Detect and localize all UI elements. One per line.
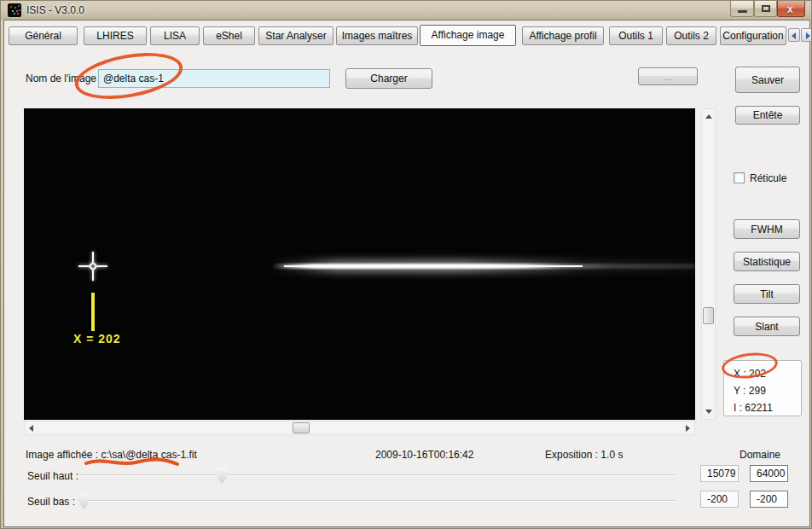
domain-min-input[interactable]: -200 [750, 491, 788, 508]
timestamp-text: 2009-10-16T00:16:42 [375, 449, 473, 461]
seuil-haut-slider-thumb[interactable] [218, 468, 227, 484]
tab-general[interactable]: Général [9, 26, 78, 45]
close-icon: x [787, 3, 793, 15]
title-bar[interactable]: ISIS - V3.0.0 x [1, 1, 812, 20]
chevron-left-icon [792, 32, 796, 39]
maximize-button[interactable] [754, 1, 777, 17]
seuil-bas-slider-thumb[interactable] [79, 493, 89, 509]
reticule-label: Réticule [750, 172, 786, 184]
exposure-text: Exposition : 1.0 s [545, 449, 623, 461]
window-title: ISIS - V3.0.0 [26, 4, 84, 16]
tilt-button[interactable]: Tilt [734, 284, 800, 304]
statistique-button[interactable]: Statistique [734, 252, 800, 271]
seuil-bas-label: Seuil bas : [27, 496, 75, 508]
reticule-checkbox[interactable] [734, 172, 745, 183]
scroll-up-icon[interactable] [705, 114, 712, 119]
seuil-bas-slider-track[interactable] [78, 500, 676, 502]
tab-scroll-left-button[interactable] [788, 28, 800, 42]
tab-eshel[interactable]: eShel [203, 26, 255, 45]
seuil-bas-value: -200 [700, 491, 739, 508]
vertical-scrollbar-thumb[interactable] [703, 307, 714, 324]
entete-button[interactable]: Entête [735, 106, 800, 125]
fwhm-button[interactable]: FWHM [734, 219, 800, 239]
horizontal-scrollbar-thumb[interactable] [293, 422, 310, 433]
charger-button[interactable]: Charger [345, 68, 432, 89]
domain-label: Domaine [740, 449, 780, 461]
scroll-left-icon[interactable] [29, 425, 33, 432]
horizontal-scrollbar[interactable] [24, 421, 695, 435]
scroll-down-icon[interactable] [705, 410, 712, 414]
tab-images-maitres[interactable]: Images maîtres [336, 26, 418, 45]
yellow-column-marker [91, 293, 95, 331]
minimize-icon [738, 10, 747, 13]
app-icon [8, 3, 21, 17]
image-path-text: Image affichée : c:\sa\@delta cas-1.fit [26, 449, 197, 461]
seuil-haut-slider-track[interactable] [78, 474, 676, 476]
tab-outils-2[interactable]: Outils 2 [666, 26, 716, 45]
tab-scroll-right-button[interactable] [801, 28, 812, 42]
image-canvas[interactable]: X = 202 [24, 108, 695, 420]
domain-max-input[interactable]: 64000 [750, 465, 788, 482]
tab-star-analyser[interactable]: Star Analyser [258, 26, 334, 45]
cursor-x-readout: X : 202 [734, 365, 801, 382]
maximize-icon [762, 5, 770, 12]
minimize-button[interactable] [730, 1, 754, 17]
tab-configuration[interactable]: Configuration [720, 26, 786, 45]
tab-lisa[interactable]: LISA [150, 26, 200, 45]
seuil-haut-value: 15079 [700, 465, 739, 482]
spectrum-hot-core [284, 265, 583, 267]
chevron-right-icon [806, 32, 810, 39]
close-button[interactable]: x [777, 1, 805, 17]
sauver-button[interactable]: Sauver [735, 67, 800, 93]
tab-lhires[interactable]: LHIRES [84, 26, 147, 45]
tab-outils-1[interactable]: Outils 1 [609, 26, 663, 45]
cursor-info-box: X : 202 Y : 299 I : 62211 [723, 360, 802, 416]
tab-affichage-image[interactable]: Affichage image [420, 25, 516, 46]
vertical-scrollbar[interactable] [701, 108, 716, 420]
scroll-right-icon[interactable] [686, 425, 690, 432]
browse-button[interactable]: ... [638, 67, 698, 85]
image-name-input[interactable] [98, 69, 330, 88]
cursor-intensity-readout: I : 62211 [734, 399, 801, 416]
tab-affichage-profil[interactable]: Affichage profil [522, 26, 604, 45]
client-area: Général LHIRES LISA eShel Star Analyser … [3, 20, 810, 527]
cursor-y-readout: Y : 299 [734, 382, 801, 399]
app-window: ISIS - V3.0.0 x Général LHIRES LISA eShe… [0, 0, 812, 529]
marker-label: X = 202 [73, 332, 121, 346]
slant-button[interactable]: Slant [734, 317, 800, 336]
seuil-haut-label: Seuil haut : [27, 470, 78, 482]
image-name-label: Nom de l'image : [26, 73, 102, 84]
